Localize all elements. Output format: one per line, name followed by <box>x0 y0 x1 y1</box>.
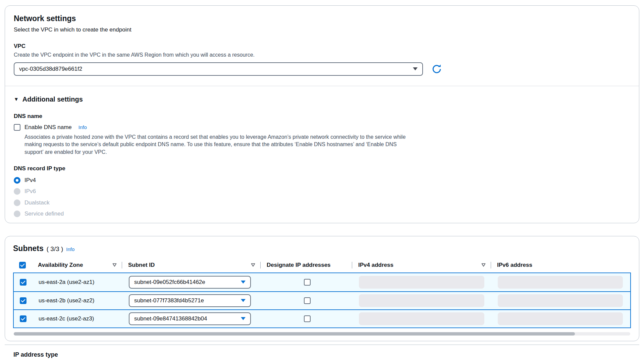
dns-record-ip-type-group: IPv4 IPv6 Dualstack Service defined <box>14 177 630 217</box>
chevron-down-icon <box>241 299 246 302</box>
table-row[interactable]: us-east-2c (use2-az3) subnet-09e84741368… <box>14 309 630 327</box>
table-row[interactable]: us-east-2a (use2-az1) subnet-09e052fc66b… <box>14 273 630 291</box>
refresh-button[interactable] <box>431 63 442 75</box>
subnets-table: Availability Zone Subnet ID Designate IP… <box>13 258 631 328</box>
ipv6-address-input <box>498 312 623 325</box>
enable-dns-label: Enable DNS name <box>24 124 72 131</box>
radio-disabled-icon <box>14 188 20 195</box>
dns-name-label: DNS name <box>14 113 630 120</box>
column-label: Availability Zone <box>38 261 83 269</box>
column-label: IPv4 address <box>358 261 393 269</box>
row-checkbox[interactable] <box>20 279 26 286</box>
subnets-info-link[interactable]: Info <box>66 246 74 253</box>
subnets-table-header: Availability Zone Subnet ID Designate IP… <box>13 258 631 273</box>
chevron-down-icon <box>241 281 246 284</box>
vpc-description: Create the VPC endpoint in the VPC in th… <box>14 52 630 59</box>
subnet-id-cell: subnet-09e052fc66b41462e <box>123 273 261 291</box>
ipv4-address-cell <box>353 310 492 327</box>
network-settings-subtitle: Select the VPC in which to create the en… <box>14 26 630 34</box>
radio-option-ipv6: IPv6 <box>14 188 36 195</box>
header-cell-designate-ip: Designate IP addresses <box>261 258 352 273</box>
radio-option-ipv4[interactable]: IPv4 <box>14 177 36 184</box>
header-cell-subnet-id[interactable]: Subnet ID <box>122 258 261 273</box>
ipv4-address-cell <box>353 292 492 309</box>
subnet-select[interactable]: subnet-09e052fc66b41462e <box>129 276 251 289</box>
availability-zone-value: us-east-2c (use2-az3) <box>39 315 94 322</box>
vpc-select-value: vpc-0305d38d879e661f2 <box>19 65 82 73</box>
enable-dns-row: Enable DNS name Info <box>14 124 630 131</box>
subnet-select[interactable]: subnet-09e84741368842b04 <box>129 312 251 325</box>
ipv6-address-input <box>498 276 623 289</box>
enable-dns-checkbox[interactable] <box>14 124 20 131</box>
table-row[interactable]: us-east-2b (use2-az2) subnet-077f7383fd4… <box>14 291 630 309</box>
ipv4-address-cell <box>353 273 492 291</box>
radio-option-dualstack: Dualstack <box>14 199 50 206</box>
ipv6-address-input <box>498 294 623 307</box>
row-select-cell <box>14 292 33 309</box>
enable-dns-info-link[interactable]: Info <box>78 124 87 131</box>
column-label: Designate IP addresses <box>267 261 331 269</box>
subnet-select[interactable]: subnet-077f7383fd4b5271e <box>129 294 251 307</box>
vpc-label: VPC <box>14 43 630 50</box>
chevron-down-icon <box>413 67 418 70</box>
vpc-select[interactable]: vpc-0305d38d879e661f2 <box>14 62 423 76</box>
sort-icon[interactable] <box>481 263 486 267</box>
radio-option-label: Service defined <box>24 210 64 218</box>
availability-zone-value: us-east-2b (use2-az2) <box>39 297 94 304</box>
sort-icon[interactable] <box>251 263 255 267</box>
subnet-id-cell: subnet-09e84741368842b04 <box>123 310 261 327</box>
row-select-cell <box>14 273 33 291</box>
refresh-icon <box>431 63 442 75</box>
header-cell-select <box>13 258 32 273</box>
subnet-select-value: subnet-09e84741368842b04 <box>134 315 207 322</box>
dns-name-description: Associates a private hosted zone with th… <box>24 133 415 156</box>
radio-option-label: IPv6 <box>24 188 36 195</box>
ipv6-address-cell <box>492 292 630 309</box>
radio-option-service-defined: Service defined <box>14 210 64 218</box>
chevron-down-icon <box>241 317 246 320</box>
select-all-checkbox[interactable] <box>19 262 26 268</box>
ipv4-address-input <box>359 294 484 307</box>
designate-ip-cell <box>261 292 353 309</box>
header-cell-ipv4-address[interactable]: IPv4 address <box>352 258 491 273</box>
subnet-select-value: subnet-077f7383fd4b5271e <box>134 297 204 304</box>
ipv6-address-cell <box>492 273 630 291</box>
row-select-cell <box>14 310 33 327</box>
header-cell-ipv6-address: IPv6 address <box>491 258 631 273</box>
subnets-count: ( 3/3 ) <box>47 245 63 253</box>
availability-zone-cell: us-east-2c (use2-az3) <box>33 310 123 327</box>
subnets-header: Subnets ( 3/3 ) Info <box>13 244 631 254</box>
designate-ip-checkbox[interactable] <box>304 297 311 304</box>
additional-settings-toggle[interactable]: ▼ Additional settings <box>14 95 83 104</box>
sort-icon[interactable] <box>112 263 117 267</box>
radio-disabled-icon <box>14 210 20 217</box>
ip-address-type-section: IP address type IPv4 IPv6 Dualstack <box>5 345 639 361</box>
scrollbar-thumb[interactable] <box>14 332 575 336</box>
network-settings-title: Network settings <box>14 14 630 24</box>
radio-option-label: IPv4 <box>24 177 36 184</box>
subnets-card: Subnets ( 3/3 ) Info Availability Zone S… <box>5 236 639 341</box>
dns-record-ip-type-label: DNS record IP type <box>14 165 630 172</box>
radio-disabled-icon <box>14 199 20 206</box>
column-label: Subnet ID <box>128 261 155 269</box>
header-cell-availability-zone[interactable]: Availability Zone <box>32 258 122 273</box>
designate-ip-checkbox[interactable] <box>304 279 311 286</box>
radio-selected-icon <box>14 177 20 184</box>
subnet-select-value: subnet-09e052fc66b41462e <box>134 279 205 286</box>
caret-down-icon: ▼ <box>14 96 19 103</box>
ipv4-address-input <box>359 312 484 325</box>
designate-ip-checkbox[interactable] <box>304 315 311 322</box>
row-checkbox[interactable] <box>20 315 26 322</box>
ipv6-address-cell <box>492 310 630 327</box>
availability-zone-value: us-east-2a (use2-az1) <box>39 279 94 286</box>
availability-zone-cell: us-east-2b (use2-az2) <box>33 292 123 309</box>
vpc-select-row: vpc-0305d38d879e661f2 <box>14 62 630 76</box>
designate-ip-cell <box>261 273 353 291</box>
horizontal-scrollbar[interactable] <box>14 332 630 336</box>
additional-settings-title: Additional settings <box>22 95 83 104</box>
row-checkbox[interactable] <box>20 297 26 304</box>
subnets-table-body: us-east-2a (use2-az1) subnet-09e052fc66b… <box>13 273 631 328</box>
availability-zone-cell: us-east-2a (use2-az1) <box>33 273 123 291</box>
column-label: IPv6 address <box>497 261 532 269</box>
designate-ip-cell <box>261 310 353 327</box>
